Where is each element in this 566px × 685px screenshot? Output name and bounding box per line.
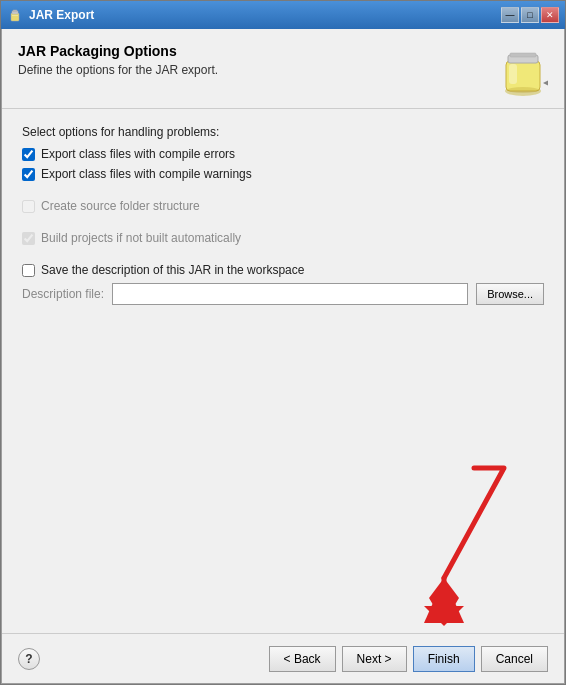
back-button[interactable]: < Back — [269, 646, 336, 672]
svg-rect-8 — [510, 53, 536, 57]
dialog-content: JAR Packaging Options Define the options… — [1, 29, 565, 684]
footer: ? < Back Next > Finish Cancel — [2, 633, 564, 683]
source-folder-checkbox — [22, 200, 35, 213]
description-file-label: Description file: — [22, 287, 104, 301]
svg-rect-2 — [13, 10, 17, 12]
svg-point-9 — [507, 87, 539, 93]
footer-left: ? — [18, 648, 40, 670]
cancel-button[interactable]: Cancel — [481, 646, 548, 672]
checkbox-source-folder: Create source folder structure — [22, 199, 544, 213]
red-arrow-annotation — [364, 458, 524, 628]
svg-rect-6 — [509, 64, 517, 84]
description-field-row: Description file: Browse... — [22, 283, 544, 305]
compile-warnings-checkbox[interactable] — [22, 168, 35, 181]
title-controls: — □ ✕ — [501, 7, 559, 23]
help-button[interactable]: ? — [18, 648, 40, 670]
save-description-label: Save the description of this JAR in the … — [41, 263, 304, 277]
title-bar: JAR Export — □ ✕ — [1, 1, 565, 29]
header-text: JAR Packaging Options Define the options… — [18, 43, 493, 77]
compile-errors-checkbox[interactable] — [22, 148, 35, 161]
svg-marker-10 — [543, 78, 548, 88]
maximize-button[interactable]: □ — [521, 7, 539, 23]
checkbox-build-projects: Build projects if not built automaticall… — [22, 231, 544, 245]
compile-errors-label: Export class files with compile errors — [41, 147, 235, 161]
checkbox-save-description: Save the description of this JAR in the … — [22, 263, 544, 277]
header-title: JAR Packaging Options — [18, 43, 493, 59]
minimize-button[interactable]: — — [501, 7, 519, 23]
source-folder-label: Create source folder structure — [41, 199, 200, 213]
problems-label: Select options for handling problems: — [22, 125, 544, 139]
compile-warnings-label: Export class files with compile warnings — [41, 167, 252, 181]
next-button[interactable]: Next > — [342, 646, 407, 672]
footer-buttons: < Back Next > Finish Cancel — [269, 646, 548, 672]
build-projects-label: Build projects if not built automaticall… — [41, 231, 241, 245]
browse-button[interactable]: Browse... — [476, 283, 544, 305]
header-subtitle: Define the options for the JAR export. — [18, 63, 493, 77]
arrow-area — [2, 387, 564, 633]
svg-rect-3 — [12, 15, 18, 16]
jar-graphic — [493, 43, 548, 98]
description-file-input[interactable] — [112, 283, 468, 305]
header-section: JAR Packaging Options Define the options… — [2, 29, 564, 109]
build-projects-checkbox — [22, 232, 35, 245]
checkbox-compile-warnings: Export class files with compile warnings — [22, 167, 544, 181]
jar-title-icon — [7, 7, 23, 23]
close-button[interactable]: ✕ — [541, 7, 559, 23]
checkbox-compile-errors: Export class files with compile errors — [22, 147, 544, 161]
finish-button[interactable]: Finish — [413, 646, 475, 672]
window-title: JAR Export — [29, 8, 94, 22]
jar-export-window: JAR Export — □ ✕ JAR Packaging Options D… — [0, 0, 566, 685]
save-description-checkbox[interactable] — [22, 264, 35, 277]
jar-illustration — [498, 43, 548, 98]
body-section: Select options for handling problems: Ex… — [2, 109, 564, 387]
title-bar-left: JAR Export — [7, 7, 94, 23]
